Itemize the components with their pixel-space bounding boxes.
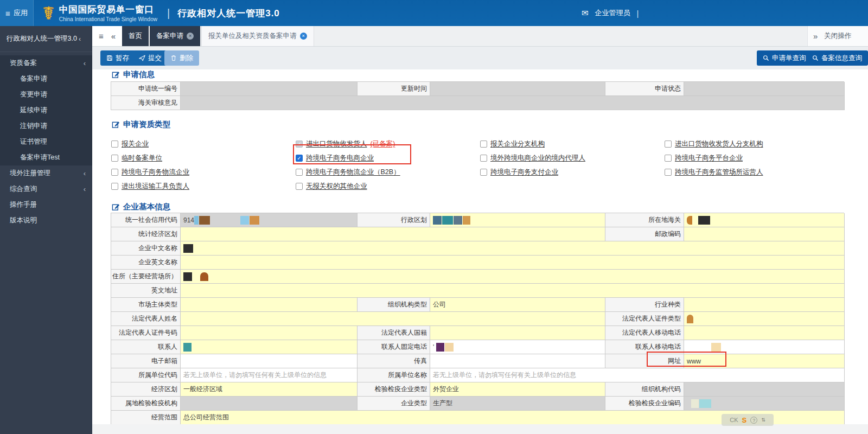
checkbox-跨境电子商务物流企业（B2B）[interactable]: [296, 169, 303, 176]
submit-button[interactable]: 提交: [133, 50, 168, 66]
checkbox-label[interactable]: 跨境电子商务平台企业: [675, 154, 743, 163]
checkbox-跨境电子商务监管场所运营人[interactable]: [665, 169, 672, 176]
close-operations-button[interactable]: 关闭操作: [824, 31, 851, 41]
checkbox-进出境运输工具负责人[interactable]: [111, 183, 118, 190]
checkbox-label[interactable]: 进出口货物收发货人分支机构: [675, 139, 763, 149]
tab-首页[interactable]: 首页: [122, 26, 149, 46]
checkbox-label[interactable]: 报关企业: [122, 139, 149, 149]
field-value[interactable]: [181, 354, 358, 368]
field-value[interactable]: [181, 270, 845, 284]
checkbox-进出口货物收发货人分支机构[interactable]: [665, 141, 672, 148]
scroll-tabs-right-icon[interactable]: »: [813, 31, 818, 41]
field-label-法定代表人国籍: 法定代表人国籍: [358, 326, 430, 340]
brand-block: 中国国际贸易单一窗口 China International Trade Sin…: [59, 4, 157, 22]
field-value[interactable]: 公司: [430, 298, 605, 312]
field-label-行业种类: 行业种类: [605, 298, 684, 312]
checkbox-跨境电子商务支付企业[interactable]: [480, 169, 487, 176]
checkbox-label[interactable]: 报关企业分支机构: [490, 139, 545, 149]
sidebar-item-备案申请[interactable]: 备案申请: [0, 71, 92, 87]
field-value[interactable]: [684, 213, 845, 227]
tab-close-icon[interactable]: ×: [300, 33, 307, 40]
checkbox-label[interactable]: 无报关权的其他企业: [306, 182, 367, 191]
browser-helper-widget[interactable]: CK S ? ⇅: [722, 414, 774, 426]
field-value[interactable]: [181, 227, 605, 241]
save-draft-button[interactable]: 暂存: [100, 50, 135, 66]
checkbox-报关企业[interactable]: [111, 141, 118, 148]
field-value[interactable]: ': [430, 340, 605, 354]
user-name[interactable]: 企业管理员: [595, 8, 630, 18]
chevron-icon: ‹: [84, 59, 86, 67]
record-info-query-button[interactable]: 备案信息查询: [806, 50, 868, 66]
sidebar-item-延续申请[interactable]: 延续申请: [0, 103, 92, 118]
delete-button[interactable]: 删除: [164, 50, 199, 66]
tab-报关单位及相关资质备案申请[interactable]: 报关单位及相关资质备案申请×: [201, 26, 314, 46]
application-query-button[interactable]: 申请单查询: [757, 50, 812, 66]
field-value[interactable]: [684, 326, 845, 340]
field-value[interactable]: [181, 256, 845, 270]
field-value[interactable]: 一般经济区域: [181, 382, 358, 397]
field-value[interactable]: [181, 326, 358, 340]
checkbox-临时备案单位[interactable]: [111, 155, 118, 162]
sidebar-item-版本说明[interactable]: 版本说明: [0, 213, 92, 228]
highlight-box-ecommerce-checkbox: [293, 144, 411, 164]
redaction-block: [183, 272, 192, 281]
sidebar-item-备案申请Test[interactable]: 备案申请Test: [0, 150, 92, 165]
field-value[interactable]: [684, 227, 845, 241]
widget-arrows-icon[interactable]: ⇅: [761, 417, 765, 423]
apps-menu-button[interactable]: ≡ 应用: [0, 0, 34, 26]
widget-help-icon[interactable]: ?: [750, 417, 757, 424]
edit-icon: [112, 203, 120, 211]
sidebar-item-资质备案[interactable]: 资质备案‹: [0, 55, 92, 71]
sidebar-header[interactable]: 行政相对人统一管理3.0 ‹: [0, 26, 92, 52]
checkbox-label[interactable]: 跨境电子商务监管场所运营人: [675, 168, 763, 177]
sidebar-item-label: 备案申请Test: [20, 153, 86, 162]
field-value[interactable]: 若无上级单位，请勿填写任何有关上级单位的信息: [181, 368, 358, 382]
title-divider: |: [167, 7, 170, 20]
tab-备案申请[interactable]: 备案申请×: [150, 26, 200, 46]
checkbox-无报关权的其他企业[interactable]: [296, 183, 303, 190]
redaction-block: [200, 272, 208, 281]
sidebar-item-注销申请[interactable]: 注销申请: [0, 118, 92, 134]
sidebar-item-证书管理[interactable]: 证书管理: [0, 134, 92, 150]
checkbox-跨境电子商务物流企业[interactable]: [111, 169, 118, 176]
sidebar-item-综合查询[interactable]: 综合查询‹: [0, 181, 92, 197]
field-label-统计经济区划: 统计经济区划: [111, 227, 181, 241]
sidebar-item-变更申请[interactable]: 变更申请: [0, 87, 92, 103]
redaction-block: [433, 216, 442, 225]
hamburger-icon: ≡: [5, 9, 10, 18]
mail-icon[interactable]: ✉: [582, 8, 589, 18]
field-label-申请状态: 申请状态: [605, 82, 684, 96]
field-value[interactable]: [181, 312, 605, 326]
sidebar-item-label: 变更申请: [20, 90, 86, 99]
checkbox-label[interactable]: 跨境电子商务物流企业（B2B）: [306, 168, 400, 177]
field-value[interactable]: [684, 312, 845, 326]
field-value[interactable]: [181, 298, 358, 312]
field-value[interactable]: [181, 284, 845, 298]
field-label-法定代表人证件类型: 法定代表人证件类型: [605, 312, 684, 326]
field-value[interactable]: 若无上级单位，请勿填写任何有关上级单位的信息: [430, 368, 845, 382]
field-value[interactable]: [430, 213, 605, 227]
scroll-tabs-left-icon[interactable]: «: [111, 31, 116, 41]
qualification-item-境外跨境电商企业的境内代理人: 境外跨境电商企业的境内代理人: [480, 151, 660, 165]
section-application-info: 申请信息: [112, 69, 155, 80]
checkbox-label[interactable]: 进出境运输工具负责人: [122, 182, 189, 191]
field-value[interactable]: [430, 326, 605, 340]
sidebar-item-境外注册管理[interactable]: 境外注册管理‹: [0, 165, 92, 181]
checkbox-label[interactable]: 临时备案单位: [122, 154, 162, 163]
checkbox-label[interactable]: 境外跨境电商企业的境内代理人: [490, 154, 585, 163]
checkbox-境外跨境电商企业的境内代理人[interactable]: [480, 155, 487, 162]
checkbox-跨境电子商务平台企业[interactable]: [665, 155, 672, 162]
field-value[interactable]: 外贸企业: [430, 382, 605, 397]
tab-list-menu-icon[interactable]: ≡: [99, 31, 104, 41]
field-value[interactable]: [430, 354, 605, 368]
qualification-item-进出口货物收发货人分支机构: 进出口货物收发货人分支机构: [665, 137, 845, 151]
sidebar-item-操作手册[interactable]: 操作手册: [0, 197, 92, 213]
field-value[interactable]: [181, 241, 845, 256]
field-value[interactable]: [181, 340, 358, 354]
checkbox-label[interactable]: 跨境电子商务支付企业: [490, 168, 558, 177]
tab-close-icon[interactable]: ×: [187, 33, 194, 40]
redaction-block: [687, 216, 692, 225]
checkbox-label[interactable]: 跨境电子商务物流企业: [122, 168, 189, 177]
field-value[interactable]: [684, 298, 845, 312]
checkbox-报关企业分支机构[interactable]: [480, 141, 487, 148]
